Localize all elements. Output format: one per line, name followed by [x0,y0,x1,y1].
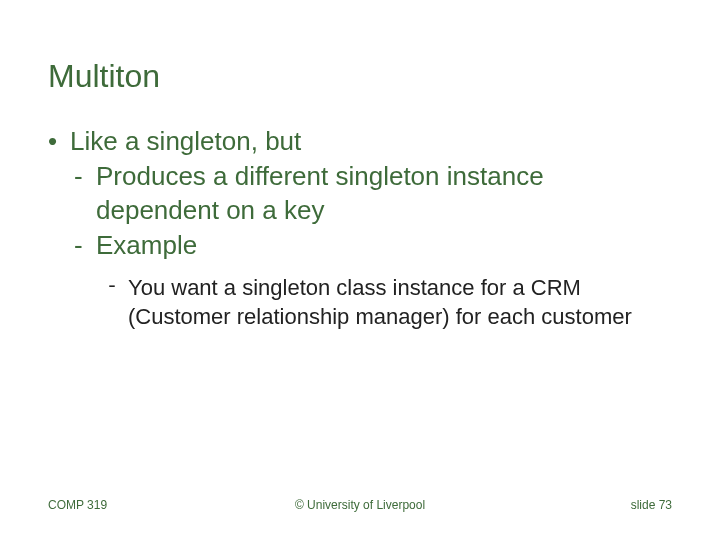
slide-content: Like a singleton, but Produces a differe… [48,125,672,331]
bullet-level-2: Produces a different singleton instance … [48,160,672,227]
footer-slide-number: slide 73 [464,498,672,512]
slide-footer: COMP 319 © University of Liverpool slide… [0,498,720,512]
footer-copyright: © University of Liverpool [256,498,464,512]
footer-course-code: COMP 319 [48,498,256,512]
bullet-level-3: You want a singleton class instance for … [48,274,672,331]
slide: Multiton Like a singleton, but Produces … [0,0,720,540]
bullet-level-2: Example [48,229,672,262]
slide-title: Multiton [48,58,672,95]
bullet-level-1: Like a singleton, but [48,125,672,158]
